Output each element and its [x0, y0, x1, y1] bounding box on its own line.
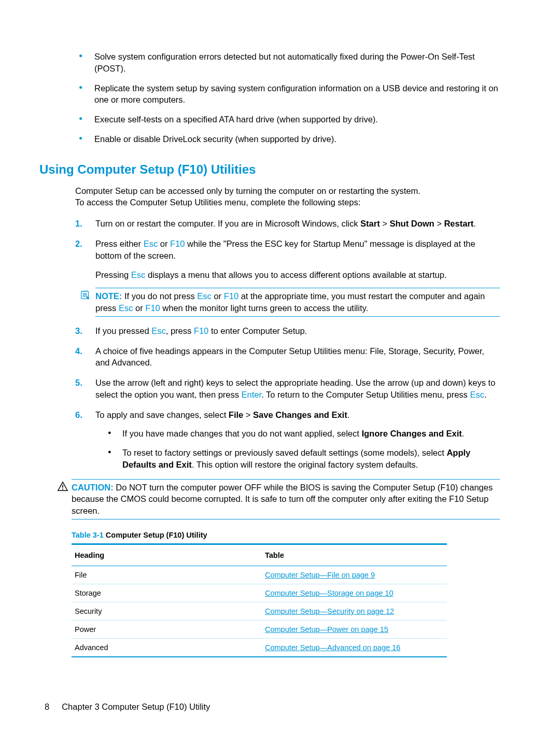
- bullet-text: Execute self-tests on a specified ATA ha…: [94, 115, 378, 124]
- text: To apply and save changes, select: [95, 410, 229, 419]
- key-esc: Esc: [131, 270, 146, 279]
- note-icon: [80, 290, 91, 303]
- xref-link[interactable]: Computer Setup—Storage on page 10: [265, 589, 393, 597]
- cell-heading: Security: [72, 602, 262, 621]
- step-text: To apply and save changes, select File >…: [95, 409, 500, 421]
- key-esc: Esc: [144, 239, 158, 248]
- steps-list: Turn on or restart the computer. If you …: [75, 218, 500, 470]
- xref-link[interactable]: Computer Setup—Advanced on page 16: [265, 643, 400, 652]
- key-f10: F10: [194, 326, 208, 335]
- note-box: NOTE: If you do not press Esc or F10 at …: [95, 288, 500, 317]
- cell-heading: Power: [72, 621, 262, 639]
- intro-bullet-list: Solve system configuration errors detect…: [79, 51, 500, 145]
- cell-link: Computer Setup—Advanced on page 16: [262, 639, 447, 657]
- caution-box: CAUTION: Do NOT turn the computer power …: [72, 479, 500, 519]
- intro-paragraph: Computer Setup can be accessed only by t…: [75, 185, 500, 209]
- bold: Shut Down: [389, 219, 434, 228]
- text: when the monitor light turns green to ac…: [160, 303, 368, 313]
- step-text: Use the arrow (left and right) keys to s…: [95, 377, 500, 401]
- step-text: A choice of five headings appears in the…: [95, 345, 500, 369]
- key-esc: Esc: [151, 326, 166, 335]
- xref-link[interactable]: Computer Setup—File on page 9: [265, 571, 375, 579]
- bold: File: [229, 410, 243, 419]
- bold: Save Changes and Exit: [253, 410, 347, 419]
- step-text: If you pressed Esc, press F10 to enter C…: [95, 325, 500, 337]
- table-number: Table 3-1: [72, 531, 104, 539]
- list-item: Enable or disable DriveLock security (wh…: [79, 133, 500, 145]
- step-text: Turn on or restart the computer. If you …: [95, 218, 500, 230]
- list-item: Solve system configuration errors detect…: [79, 51, 500, 75]
- table-caption: Table 3-1 Computer Setup (F10) Utility: [72, 530, 500, 540]
- step-item: A choice of five headings appears in the…: [75, 345, 500, 369]
- key-f10: F10: [170, 239, 185, 248]
- chapter-title: Chapter 3 Computer Setup (F10) Utility: [62, 702, 210, 711]
- page-number: 8: [45, 702, 49, 711]
- cell-heading: Advanced: [72, 639, 262, 657]
- bullet-text: Solve system configuration errors detect…: [94, 52, 475, 73]
- caution-icon: [57, 481, 68, 495]
- intro-line: To access the Computer Setup Utilities m…: [75, 198, 360, 207]
- cell-link: Computer Setup—Storage on page 10: [262, 584, 447, 602]
- key-f10: F10: [224, 291, 239, 301]
- intro-line: Computer Setup can be accessed only by t…: [75, 186, 421, 195]
- text: .: [484, 390, 487, 399]
- table-row: File Computer Setup—File on page 9: [72, 566, 447, 584]
- cell-link: Computer Setup—Security on page 12: [262, 602, 447, 621]
- text: >: [435, 219, 444, 228]
- text: or: [212, 291, 224, 301]
- text: to enter Computer Setup.: [208, 326, 307, 335]
- text: , press: [166, 326, 194, 335]
- list-item: If you have made changes that you do not…: [108, 428, 500, 440]
- col-heading: Heading: [72, 544, 262, 566]
- step-item: Use the arrow (left and right) keys to s…: [75, 377, 500, 401]
- step-item: If you pressed Esc, press F10 to enter C…: [75, 325, 500, 337]
- list-item: Replicate the system setup by saving sys…: [79, 82, 500, 106]
- text: displays a menu that allows you to acces…: [145, 270, 446, 279]
- step-item: Press either Esc or F10 while the "Press…: [75, 238, 500, 317]
- text: Turn on or restart the computer. If you …: [95, 219, 360, 228]
- text: If you pressed: [95, 326, 151, 335]
- col-heading: Table: [262, 544, 447, 566]
- bold: Restart: [444, 219, 473, 228]
- cell-heading: Storage: [72, 584, 262, 602]
- step-text: Press either Esc or F10 while the "Press…: [95, 238, 500, 262]
- key-enter: Enter: [242, 390, 262, 399]
- xref-link[interactable]: Computer Setup—Power on page 15: [265, 625, 388, 634]
- step-text: Pressing Esc displays a menu that allows…: [95, 269, 500, 281]
- bold: Ignore Changes and Exit: [361, 429, 461, 438]
- text: Pressing: [95, 270, 131, 279]
- key-esc: Esc: [119, 303, 133, 313]
- f10-utility-table: Heading Table File Computer Setup—File o…: [72, 543, 447, 657]
- document-page: Solve system configuration errors detect…: [0, 0, 560, 745]
- key-esc: Esc: [470, 390, 484, 399]
- text: >: [243, 410, 253, 419]
- cell-heading: File: [72, 566, 262, 584]
- list-item: To reset to factory settings or previous…: [108, 447, 500, 471]
- table-header-row: Heading Table: [72, 544, 447, 566]
- table-row: Power Computer Setup—Power on page 15: [72, 621, 447, 639]
- caution-label: CAUTION:: [72, 483, 114, 492]
- bullet-text: Replicate the system setup by saving sys…: [94, 83, 498, 105]
- step-item: To apply and save changes, select File >…: [75, 409, 500, 471]
- table-row: Advanced Computer Setup—Advanced on page…: [72, 639, 447, 657]
- xref-link[interactable]: Computer Setup—Security on page 12: [265, 607, 394, 615]
- bold: Start: [360, 219, 380, 228]
- text: or: [158, 239, 170, 248]
- text: . This option will restore the original …: [192, 460, 418, 469]
- table-row: Storage Computer Setup—Storage on page 1…: [72, 584, 447, 602]
- table-row: Security Computer Setup—Security on page…: [72, 602, 447, 621]
- svg-point-2: [62, 488, 63, 489]
- key-esc: Esc: [197, 291, 212, 301]
- text: To reset to factory settings or previous…: [122, 448, 446, 457]
- list-item: Execute self-tests on a specified ATA ha…: [79, 114, 500, 125]
- page-footer: 8Chapter 3 Computer Setup (F10) Utility: [45, 701, 210, 713]
- text: If you do not press: [122, 291, 197, 301]
- section-heading: Using Computer Setup (F10) Utilities: [39, 161, 500, 178]
- cell-link: Computer Setup—File on page 9: [262, 566, 447, 584]
- sub-bullet-list: If you have made changes that you do not…: [108, 428, 500, 470]
- caution-text: Do NOT turn the computer power OFF while…: [72, 483, 493, 516]
- text: >: [380, 219, 390, 228]
- note-label: NOTE:: [95, 291, 122, 301]
- bullet-text: Enable or disable DriveLock security (wh…: [94, 134, 337, 144]
- text: . To return to the Computer Setup Utilit…: [261, 390, 470, 399]
